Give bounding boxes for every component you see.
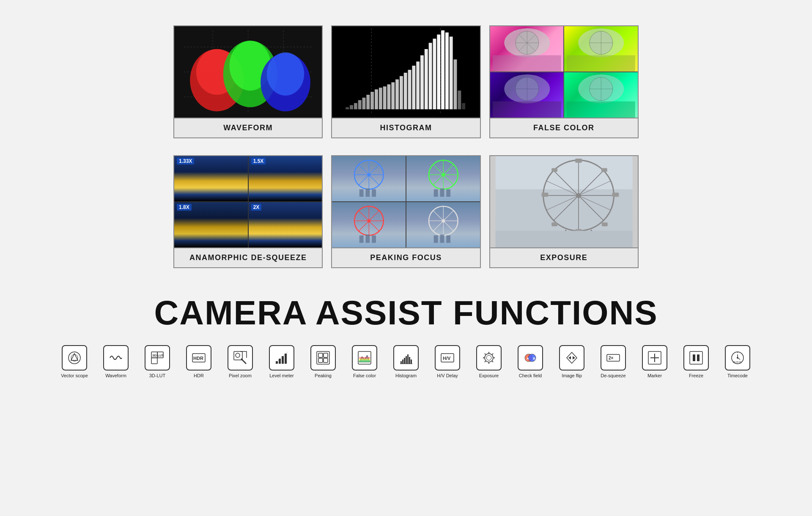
histogram-svg	[332, 26, 480, 118]
timecode-label: Timecode	[727, 373, 748, 379]
icon-item-timecode: 00:00:00 Timecode	[721, 345, 754, 379]
icon-item-hdr: HDR HDR	[182, 345, 216, 379]
peaking-image	[331, 155, 480, 248]
icon-item-hv-delay: H/V H/V Delay	[431, 345, 464, 379]
icon-item-marker: Marker	[638, 345, 672, 379]
svg-point-11	[267, 52, 304, 96]
exposure-icon	[481, 350, 497, 365]
hdr-icon-box[interactable]: HDR	[186, 345, 211, 371]
svg-rect-35	[433, 38, 436, 109]
svg-rect-62	[492, 102, 561, 118]
pixel-zoom-label: Pixel zoom	[229, 373, 252, 379]
svg-rect-42	[462, 103, 466, 110]
svg-rect-157	[409, 357, 410, 364]
svg-rect-125	[495, 231, 632, 247]
icon-item-3d-lut: 3D LUT 3D-LUT	[140, 345, 174, 379]
de-squeeze-icon: 2×	[606, 350, 621, 365]
svg-rect-145	[324, 353, 328, 357]
svg-point-92	[368, 219, 371, 222]
histogram-panel: HISTOGRAM	[331, 25, 480, 138]
vector-scope-label: Vector scope	[61, 373, 88, 379]
3d-lut-icon-box[interactable]: 3D LUT	[145, 345, 170, 371]
freeze-icon-box[interactable]	[683, 345, 709, 371]
hv-delay-label: H/V Delay	[437, 373, 458, 379]
exposure-panel: EXPOSURE	[489, 155, 639, 268]
icon-item-waveform: Waveform	[99, 345, 133, 379]
exposure-label: EXPOSURE	[489, 248, 639, 268]
icon-item-level-meter: Level meter	[265, 345, 299, 379]
top-panels-row: WAVEFORM	[173, 25, 639, 138]
svg-rect-95	[372, 236, 376, 243]
vector-scope-icon	[67, 350, 82, 365]
check-field-label: Check field	[519, 373, 542, 379]
anamorphic-grid: 1.33X 1.5X 1.8X 2X	[174, 156, 322, 247]
exposure-svg	[490, 156, 638, 247]
false-color-icon	[357, 350, 372, 365]
svg-rect-114	[575, 159, 582, 163]
svg-rect-38	[445, 33, 449, 110]
svg-line-168	[492, 361, 493, 362]
svg-text:B: B	[533, 357, 535, 360]
svg-rect-15	[350, 105, 353, 110]
svg-rect-141	[285, 354, 287, 364]
timecode-icon-box[interactable]: 00:00:00	[725, 345, 750, 371]
marker-icon-box[interactable]	[642, 345, 667, 371]
marker-label: Marker	[647, 373, 662, 379]
freeze-icon	[689, 350, 704, 365]
svg-rect-93	[359, 236, 364, 243]
icon-item-pixel-zoom: Pixel zoom	[223, 345, 257, 379]
histogram-icon-label: Histogram	[395, 373, 417, 379]
svg-rect-37	[441, 30, 444, 110]
anamorphic-cell-1: 1.33X	[174, 156, 248, 201]
svg-rect-23	[383, 86, 387, 109]
svg-rect-154	[404, 358, 405, 364]
peaking-label: PEAKING FOCUS	[331, 248, 480, 268]
bottom-panels-row: 1.33X 1.5X 1.8X 2X ANAMORPHIC DE	[173, 155, 639, 268]
level-meter-icon	[274, 350, 289, 365]
svg-rect-56	[567, 55, 635, 71]
waveform-icon-box[interactable]	[103, 345, 129, 371]
svg-rect-180	[690, 351, 702, 364]
svg-rect-28	[404, 73, 407, 109]
svg-rect-140	[282, 356, 284, 364]
svg-rect-94	[366, 235, 370, 243]
svg-rect-155	[406, 356, 407, 364]
svg-rect-18	[362, 98, 366, 109]
image-flip-icon-box[interactable]	[559, 345, 584, 371]
image-flip-label: Image flip	[562, 373, 582, 379]
page-container: WAVEFORM	[0, 0, 812, 516]
peaking-cell-bl	[332, 202, 406, 247]
svg-text:HDR: HDR	[193, 356, 203, 361]
anamorphic-label-1: 1.33X	[177, 158, 194, 165]
waveform-icon-label: Waveform	[105, 373, 126, 379]
svg-rect-149	[359, 360, 370, 362]
vector-scope-icon-box[interactable]	[62, 345, 87, 371]
svg-rect-117	[612, 192, 619, 197]
main-title: CAMERA ASSIST FUNCTIONS	[154, 294, 658, 332]
svg-rect-118	[551, 168, 557, 172]
svg-point-187	[737, 357, 738, 359]
de-squeeze-icon-box[interactable]: 2×	[601, 345, 626, 371]
false-color-label: FALSE COLOR	[489, 118, 639, 138]
histogram-label: HISTOGRAM	[331, 118, 480, 138]
svg-rect-36	[437, 35, 441, 110]
svg-rect-76	[366, 189, 370, 197]
anamorphic-label-4: 2X	[251, 204, 262, 211]
level-meter-icon-box[interactable]	[269, 345, 294, 371]
false-color-panel: FALSE COLOR	[489, 25, 639, 138]
pixel-zoom-icon-box[interactable]	[228, 345, 253, 371]
peaking-icon-box[interactable]	[310, 345, 336, 371]
svg-rect-30	[412, 66, 416, 109]
exposure-icon-box[interactable]	[476, 345, 502, 371]
svg-rect-103	[440, 235, 444, 243]
svg-rect-85	[440, 189, 444, 197]
false-color-cell-tl	[490, 26, 564, 71]
svg-rect-116	[541, 192, 548, 197]
false-color-image	[489, 25, 639, 118]
peaking-grid	[332, 156, 480, 247]
hv-delay-icon-box[interactable]: H/V	[435, 345, 460, 371]
svg-rect-104	[446, 236, 450, 243]
false-color-icon-box[interactable]	[352, 345, 377, 371]
check-field-icon-box[interactable]: A B	[518, 345, 543, 371]
histogram-icon-box[interactable]	[393, 345, 419, 371]
